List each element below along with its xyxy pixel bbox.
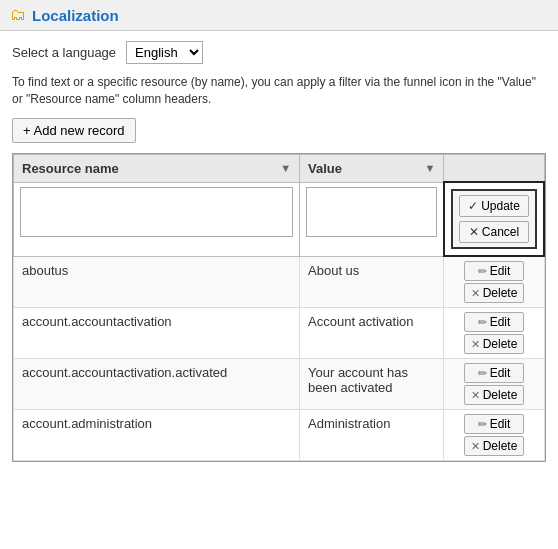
action-cell: ✏ Edit ✕ Delete — [444, 410, 544, 461]
info-text: To find text or a specific resource (by … — [12, 74, 546, 108]
language-label: Select a language — [12, 45, 116, 60]
update-button[interactable]: ✓ Update — [459, 195, 529, 217]
delete-x-icon: ✕ — [471, 440, 480, 453]
edit-icon: ✏ — [478, 418, 487, 431]
action-cell: ✏ Edit ✕ Delete — [444, 256, 544, 308]
add-new-record-button[interactable]: + Add new record — [12, 118, 136, 143]
edit-actions-cell: ✓ Update ✕ Cancel — [444, 182, 544, 256]
delete-button[interactable]: ✕ Delete — [464, 436, 524, 456]
edit-icon: ✏ — [478, 367, 487, 380]
resource-cell: account.accountactivation — [14, 308, 300, 359]
edit-icon: ✏ — [478, 316, 487, 329]
page-title: Localization — [32, 7, 119, 24]
resource-cell: account.administration — [14, 410, 300, 461]
table-row: aboutus About us ✏ Edit ✕ Delete — [14, 256, 545, 308]
edit-icon: ✏ — [478, 265, 487, 278]
edit-value-cell — [300, 182, 444, 256]
col-header-resource: Resource name ▼ — [14, 154, 300, 182]
edit-button[interactable]: ✏ Edit — [464, 261, 524, 281]
delete-x-icon: ✕ — [471, 338, 480, 351]
localization-icon: 🗂 — [10, 6, 26, 24]
value-cell: About us — [300, 256, 444, 308]
edit-resource-cell — [14, 182, 300, 256]
delete-x-icon: ✕ — [471, 287, 480, 300]
value-cell: Account activation — [300, 308, 444, 359]
language-select[interactable]: English French German Spanish — [126, 41, 203, 64]
table-header-row: Resource name ▼ Value ▼ — [14, 154, 545, 182]
action-cell: ✏ Edit ✕ Delete — [444, 308, 544, 359]
delete-x-icon: ✕ — [471, 389, 480, 402]
edit-button[interactable]: ✏ Edit — [464, 414, 524, 434]
col-header-value: Value ▼ — [300, 154, 444, 182]
edit-button[interactable]: ✏ Edit — [464, 363, 524, 383]
edit-resource-input[interactable] — [20, 187, 293, 237]
value-cell: Your account has been activated — [300, 359, 444, 410]
table-row: account.accountactivation.activated Your… — [14, 359, 545, 410]
page-header: 🗂 Localization — [0, 0, 558, 31]
col-header-actions — [444, 154, 544, 182]
resource-cell: aboutus — [14, 256, 300, 308]
table-row: account.administration Administration ✏ … — [14, 410, 545, 461]
language-row: Select a language English French German … — [12, 41, 546, 64]
delete-button[interactable]: ✕ Delete — [464, 334, 524, 354]
content-area: Select a language English French German … — [0, 31, 558, 472]
table-row: account.accountactivation Account activa… — [14, 308, 545, 359]
cancel-x-icon: ✕ — [469, 225, 479, 239]
checkmark-icon: ✓ — [468, 199, 478, 213]
resource-cell: account.accountactivation.activated — [14, 359, 300, 410]
delete-button[interactable]: ✕ Delete — [464, 385, 524, 405]
action-cell: ✏ Edit ✕ Delete — [444, 359, 544, 410]
delete-button[interactable]: ✕ Delete — [464, 283, 524, 303]
edit-value-input[interactable] — [306, 187, 437, 237]
value-filter-icon[interactable]: ▼ — [425, 162, 436, 174]
value-cell: Administration — [300, 410, 444, 461]
resource-filter-icon[interactable]: ▼ — [280, 162, 291, 174]
edit-actions: ✓ Update ✕ Cancel — [451, 189, 537, 249]
localization-table: Resource name ▼ Value ▼ — [13, 154, 545, 462]
edit-button[interactable]: ✏ Edit — [464, 312, 524, 332]
edit-row: ✓ Update ✕ Cancel — [14, 182, 545, 256]
localization-table-container: Resource name ▼ Value ▼ — [12, 153, 546, 463]
cancel-button[interactable]: ✕ Cancel — [459, 221, 529, 243]
